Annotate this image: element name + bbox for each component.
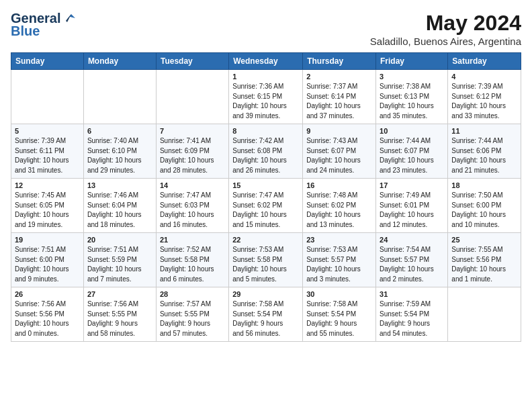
day-number: 3 (380, 73, 444, 81)
calendar-cell (156, 70, 228, 124)
calendar-cell: 16Sunrise: 7:48 AMSunset: 6:02 PMDayligh… (303, 179, 376, 233)
day-number: 26 (15, 290, 80, 298)
calendar-table: SundayMondayTuesdayWednesdayThursdayFrid… (11, 52, 521, 342)
day-number: 8 (232, 127, 299, 135)
day-info: Sunrise: 7:56 AMSunset: 5:55 PMDaylight:… (87, 300, 152, 338)
calendar-cell: 22Sunrise: 7:53 AMSunset: 5:58 PMDayligh… (229, 233, 303, 287)
day-info: Sunrise: 7:47 AMSunset: 6:03 PMDaylight:… (160, 191, 225, 230)
day-number: 1 (232, 73, 299, 81)
day-number: 15 (232, 181, 299, 189)
day-number: 5 (15, 127, 80, 135)
page-header: General Blue May 2024 Saladillo, Buenos … (11, 11, 521, 47)
calendar-cell: 5Sunrise: 7:39 AMSunset: 6:11 PMDaylight… (11, 124, 84, 179)
day-info: Sunrise: 7:43 AMSunset: 6:07 PMDaylight:… (306, 136, 372, 175)
day-info: Sunrise: 7:46 AMSunset: 6:04 PMDaylight:… (87, 191, 152, 230)
day-info: Sunrise: 7:58 AMSunset: 5:54 PMDaylight:… (306, 300, 372, 338)
calendar-cell: 14Sunrise: 7:47 AMSunset: 6:03 PMDayligh… (156, 179, 228, 233)
day-info: Sunrise: 7:57 AMSunset: 5:55 PMDaylight:… (160, 300, 225, 338)
calendar-cell: 17Sunrise: 7:49 AMSunset: 6:01 PMDayligh… (376, 179, 448, 233)
day-number: 21 (160, 236, 225, 244)
calendar-cell: 26Sunrise: 7:56 AMSunset: 5:56 PMDayligh… (11, 287, 84, 342)
day-info: Sunrise: 7:49 AMSunset: 6:01 PMDaylight:… (380, 191, 444, 230)
month-year-title: May 2024 (370, 11, 521, 36)
logo: General Blue (11, 11, 77, 39)
day-info: Sunrise: 7:51 AMSunset: 5:59 PMDaylight:… (87, 245, 152, 284)
calendar-cell: 19Sunrise: 7:51 AMSunset: 6:00 PMDayligh… (11, 233, 84, 287)
calendar-cell (83, 70, 156, 124)
weekday-header-saturday: Saturday (448, 53, 521, 70)
day-info: Sunrise: 7:59 AMSunset: 5:54 PMDaylight:… (380, 300, 444, 338)
day-number: 23 (306, 236, 372, 244)
day-number: 16 (306, 181, 372, 189)
day-number: 10 (380, 127, 444, 135)
calendar-cell: 4Sunrise: 7:39 AMSunset: 6:12 PMDaylight… (448, 70, 521, 124)
calendar-cell: 28Sunrise: 7:57 AMSunset: 5:55 PMDayligh… (156, 287, 228, 342)
calendar-cell: 15Sunrise: 7:47 AMSunset: 6:02 PMDayligh… (229, 179, 303, 233)
calendar-week-row: 26Sunrise: 7:56 AMSunset: 5:56 PMDayligh… (11, 287, 521, 342)
day-info: Sunrise: 7:50 AMSunset: 6:00 PMDaylight:… (451, 191, 517, 230)
day-info: Sunrise: 7:37 AMSunset: 6:14 PMDaylight:… (306, 82, 372, 121)
day-number: 6 (87, 127, 152, 135)
calendar-cell: 13Sunrise: 7:46 AMSunset: 6:04 PMDayligh… (83, 179, 156, 233)
day-info: Sunrise: 7:39 AMSunset: 6:11 PMDaylight:… (15, 136, 80, 175)
day-number: 20 (87, 236, 152, 244)
day-number: 18 (451, 181, 517, 189)
calendar-cell (448, 287, 521, 342)
calendar-cell: 20Sunrise: 7:51 AMSunset: 5:59 PMDayligh… (83, 233, 156, 287)
location-subtitle: Saladillo, Buenos Aires, Argentina (370, 36, 521, 47)
calendar-cell: 11Sunrise: 7:44 AMSunset: 6:06 PMDayligh… (448, 124, 521, 179)
calendar-cell (11, 70, 84, 124)
logo-bird-icon (62, 11, 77, 26)
day-number: 4 (451, 73, 517, 81)
day-number: 13 (87, 181, 152, 189)
day-number: 27 (87, 290, 152, 298)
calendar-cell: 29Sunrise: 7:58 AMSunset: 5:54 PMDayligh… (229, 287, 303, 342)
day-info: Sunrise: 7:45 AMSunset: 6:05 PMDaylight:… (15, 191, 80, 230)
calendar-header-row: SundayMondayTuesdayWednesdayThursdayFrid… (11, 53, 521, 70)
day-info: Sunrise: 7:55 AMSunset: 5:56 PMDaylight:… (451, 245, 517, 284)
calendar-cell: 3Sunrise: 7:38 AMSunset: 6:13 PMDaylight… (376, 70, 448, 124)
day-info: Sunrise: 7:36 AMSunset: 6:15 PMDaylight:… (232, 82, 299, 121)
day-number: 30 (306, 290, 372, 298)
day-info: Sunrise: 7:42 AMSunset: 6:08 PMDaylight:… (232, 136, 299, 175)
day-info: Sunrise: 7:39 AMSunset: 6:12 PMDaylight:… (451, 82, 517, 121)
day-number: 7 (160, 127, 225, 135)
day-number: 22 (232, 236, 299, 244)
day-info: Sunrise: 7:44 AMSunset: 6:06 PMDaylight:… (451, 136, 517, 175)
calendar-cell: 6Sunrise: 7:40 AMSunset: 6:10 PMDaylight… (83, 124, 156, 179)
weekday-header-friday: Friday (376, 53, 448, 70)
day-number: 11 (451, 127, 517, 135)
calendar-cell: 1Sunrise: 7:36 AMSunset: 6:15 PMDaylight… (229, 70, 303, 124)
day-info: Sunrise: 7:52 AMSunset: 5:58 PMDaylight:… (160, 245, 225, 284)
day-number: 25 (451, 236, 517, 244)
day-number: 31 (380, 290, 444, 298)
weekday-header-monday: Monday (83, 53, 156, 70)
day-info: Sunrise: 7:41 AMSunset: 6:09 PMDaylight:… (160, 136, 225, 175)
day-number: 9 (306, 127, 372, 135)
calendar-cell: 21Sunrise: 7:52 AMSunset: 5:58 PMDayligh… (156, 233, 228, 287)
day-info: Sunrise: 7:48 AMSunset: 6:02 PMDaylight:… (306, 191, 372, 230)
svg-marker-1 (66, 14, 71, 22)
weekday-header-wednesday: Wednesday (229, 53, 303, 70)
logo-blue: Blue (11, 24, 40, 39)
day-info: Sunrise: 7:54 AMSunset: 5:57 PMDaylight:… (380, 245, 444, 284)
day-info: Sunrise: 7:40 AMSunset: 6:10 PMDaylight:… (87, 136, 152, 175)
calendar-week-row: 1Sunrise: 7:36 AMSunset: 6:15 PMDaylight… (11, 70, 521, 124)
calendar-cell: 18Sunrise: 7:50 AMSunset: 6:00 PMDayligh… (448, 179, 521, 233)
day-number: 29 (232, 290, 299, 298)
calendar-cell: 31Sunrise: 7:59 AMSunset: 5:54 PMDayligh… (376, 287, 448, 342)
weekday-header-sunday: Sunday (11, 53, 84, 70)
day-number: 14 (160, 181, 225, 189)
day-number: 17 (380, 181, 444, 189)
title-block: May 2024 Saladillo, Buenos Aires, Argent… (370, 11, 521, 47)
calendar-cell: 23Sunrise: 7:53 AMSunset: 5:57 PMDayligh… (303, 233, 376, 287)
calendar-cell: 2Sunrise: 7:37 AMSunset: 6:14 PMDaylight… (303, 70, 376, 124)
calendar-week-row: 12Sunrise: 7:45 AMSunset: 6:05 PMDayligh… (11, 179, 521, 233)
calendar-week-row: 5Sunrise: 7:39 AMSunset: 6:11 PMDaylight… (11, 124, 521, 179)
calendar-cell: 7Sunrise: 7:41 AMSunset: 6:09 PMDaylight… (156, 124, 228, 179)
day-number: 24 (380, 236, 444, 244)
day-number: 19 (15, 236, 80, 244)
day-number: 2 (306, 73, 372, 81)
day-info: Sunrise: 7:53 AMSunset: 5:57 PMDaylight:… (306, 245, 372, 284)
day-info: Sunrise: 7:58 AMSunset: 5:54 PMDaylight:… (232, 300, 299, 338)
